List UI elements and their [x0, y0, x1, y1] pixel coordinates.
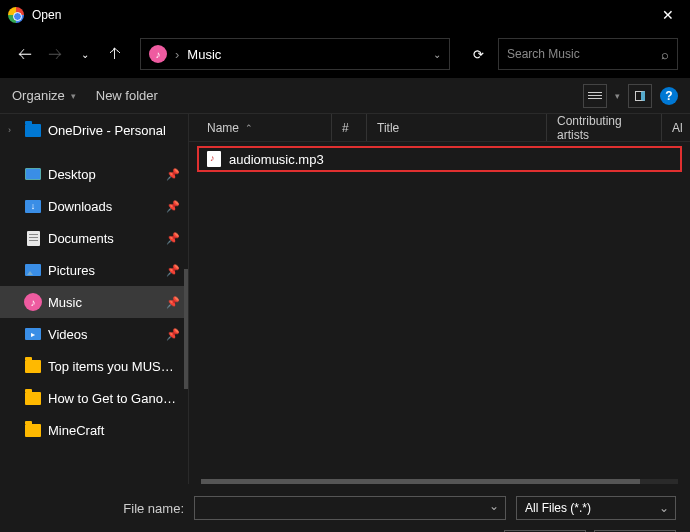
desktop-icon [25, 168, 41, 180]
pin-icon: 📌 [166, 264, 180, 277]
up-button[interactable]: 🡡 [102, 41, 128, 67]
column-headers: Name ⌃ # Title Contributing artists Al [189, 114, 690, 142]
document-icon [27, 231, 40, 246]
chevron-right-icon[interactable]: › [8, 125, 18, 135]
music-folder-icon: ♪ [149, 45, 167, 63]
sidebar-item-folder[interactable]: MineCraft [0, 414, 188, 446]
search-box[interactable]: ⌕ [498, 38, 678, 70]
column-title[interactable]: Title [367, 114, 547, 141]
horizontal-scrollbar[interactable] [201, 479, 678, 484]
video-icon [25, 328, 41, 340]
download-icon: ↓ [25, 200, 41, 213]
refresh-button[interactable]: ⟳ [462, 38, 494, 70]
organize-menu[interactable]: Organize ▾ [12, 88, 76, 103]
recent-locations-dropdown[interactable]: ⌄ [72, 41, 98, 67]
view-list-button[interactable] [583, 84, 607, 108]
app-icon [8, 7, 24, 23]
pin-icon: 📌 [166, 296, 180, 309]
file-row[interactable]: audiomusic.mp3 [197, 146, 682, 172]
pictures-icon [25, 264, 41, 276]
search-input[interactable] [507, 47, 661, 61]
sidebar-item-documents[interactable]: Documents 📌 [0, 222, 188, 254]
sidebar-item-videos[interactable]: Videos 📌 [0, 318, 188, 350]
back-button[interactable]: 🡠 [12, 41, 38, 67]
filename-input[interactable] [194, 496, 506, 520]
folder-icon [25, 360, 41, 373]
sidebar-item-downloads[interactable]: ↓ Downloads 📌 [0, 190, 188, 222]
breadcrumb-current[interactable]: Music [187, 47, 221, 62]
new-folder-button[interactable]: New folder [96, 88, 158, 103]
search-icon: ⌕ [661, 47, 669, 62]
sidebar-item-pictures[interactable]: Pictures 📌 [0, 254, 188, 286]
close-button[interactable]: ✕ [645, 0, 690, 30]
pin-icon: 📌 [166, 200, 180, 213]
onedrive-icon [25, 124, 41, 137]
column-artist[interactable]: Contributing artists [547, 114, 662, 141]
folder-icon [25, 424, 41, 437]
pin-icon: 📌 [166, 328, 180, 341]
preview-pane-button[interactable] [628, 84, 652, 108]
window-title: Open [32, 8, 645, 22]
view-dropdown-icon[interactable]: ▾ [615, 91, 620, 101]
scrollbar-thumb[interactable] [201, 479, 640, 484]
music-icon: ♪ [24, 293, 42, 311]
forward-button[interactable]: 🡢 [42, 41, 68, 67]
address-dropdown-icon[interactable]: ⌄ [433, 49, 441, 60]
sidebar-item-folder[interactable]: Top items you MUST get t [0, 350, 188, 382]
filetype-dropdown[interactable]: All Files (*.*) [516, 496, 676, 520]
help-button[interactable]: ? [660, 87, 678, 105]
sidebar-scrollbar[interactable] [184, 269, 188, 389]
sidebar-item-music[interactable]: ♪ Music 📌 [0, 286, 188, 318]
pin-icon: 📌 [166, 168, 180, 181]
sidebar-item-desktop[interactable]: Desktop 📌 [0, 158, 188, 190]
column-album[interactable]: Al [662, 114, 682, 141]
file-name: audiomusic.mp3 [229, 152, 324, 167]
navigation-sidebar: › OneDrive - Personal Desktop 📌 ↓ Downlo… [0, 114, 189, 484]
filename-label: File name: [14, 501, 184, 516]
sort-ascending-icon: ⌃ [245, 123, 253, 133]
sidebar-item-onedrive[interactable]: › OneDrive - Personal [0, 114, 188, 146]
address-bar[interactable]: ♪ › Music ⌄ [140, 38, 450, 70]
chevron-down-icon: ▾ [71, 91, 76, 101]
sidebar-item-folder[interactable]: How to Get to Ganondorf [0, 382, 188, 414]
pin-icon: 📌 [166, 232, 180, 245]
column-name[interactable]: Name ⌃ [197, 114, 332, 141]
column-number[interactable]: # [332, 114, 367, 141]
mp3-file-icon [207, 151, 221, 167]
folder-icon [25, 392, 41, 405]
breadcrumb-sep: › [175, 47, 179, 62]
